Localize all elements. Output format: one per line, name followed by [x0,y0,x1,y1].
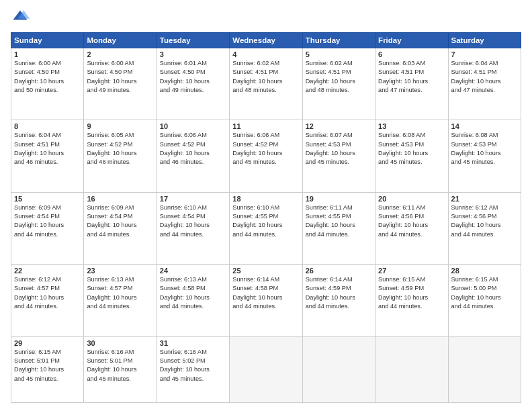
day-cell: 31Sunrise: 6:16 AMSunset: 5:02 PMDayligh… [157,336,229,403]
day-detail: Sunrise: 6:15 AMSunset: 4:59 PMDaylight:… [378,275,445,311]
col-header-friday: Friday [375,33,448,48]
header [11,8,521,27]
day-cell: 25Sunrise: 6:14 AMSunset: 4:58 PMDayligh… [230,265,302,336]
day-cell: 18Sunrise: 6:10 AMSunset: 4:55 PMDayligh… [230,192,302,264]
day-number: 4 [232,50,299,58]
day-cell: 2Sunrise: 6:00 AMSunset: 4:50 PMDaylight… [84,48,157,120]
day-number: 24 [160,267,226,275]
day-detail: Sunrise: 6:05 AMSunset: 4:52 PMDaylight:… [87,131,153,167]
day-cell: 15Sunrise: 6:09 AMSunset: 4:54 PMDayligh… [11,192,84,264]
day-cell: 8Sunrise: 6:04 AMSunset: 4:51 PMDaylight… [11,120,84,192]
day-cell: 3Sunrise: 6:01 AMSunset: 4:50 PMDaylight… [157,48,229,120]
day-cell: 5Sunrise: 6:02 AMSunset: 4:51 PMDaylight… [302,48,375,120]
day-number: 9 [87,122,153,130]
logo-icon [11,8,30,27]
day-number: 1 [14,50,81,58]
day-number: 22 [14,267,81,275]
day-detail: Sunrise: 6:10 AMSunset: 4:55 PMDaylight:… [232,203,299,239]
day-cell: 20Sunrise: 6:11 AMSunset: 4:56 PMDayligh… [375,192,448,264]
day-number: 12 [306,122,372,130]
day-number: 13 [378,122,445,130]
logo [11,8,32,27]
day-number: 10 [160,122,226,130]
day-detail: Sunrise: 6:07 AMSunset: 4:53 PMDaylight:… [306,131,372,167]
day-detail: Sunrise: 6:02 AMSunset: 4:51 PMDaylight:… [306,59,372,95]
day-detail: Sunrise: 6:13 AMSunset: 4:57 PMDaylight:… [87,275,153,311]
day-number: 29 [14,339,81,347]
day-detail: Sunrise: 6:01 AMSunset: 4:50 PMDaylight:… [160,59,226,95]
day-number: 16 [87,195,153,203]
day-detail: Sunrise: 6:16 AMSunset: 5:01 PMDaylight:… [87,348,153,383]
day-cell: 21Sunrise: 6:12 AMSunset: 4:56 PMDayligh… [448,192,521,264]
page: SundayMondayTuesdayWednesdayThursdayFrid… [0,0,532,411]
day-detail: Sunrise: 6:04 AMSunset: 4:51 PMDaylight:… [451,59,518,95]
col-header-tuesday: Tuesday [157,33,229,48]
week-row-1: 1Sunrise: 6:00 AMSunset: 4:50 PMDaylight… [11,48,521,120]
day-number: 18 [232,195,299,203]
day-detail: Sunrise: 6:10 AMSunset: 4:54 PMDaylight:… [160,203,226,239]
day-number: 7 [451,50,518,58]
day-cell: 30Sunrise: 6:16 AMSunset: 5:01 PMDayligh… [84,336,157,403]
day-number: 14 [451,122,518,130]
day-detail: Sunrise: 6:06 AMSunset: 4:52 PMDaylight:… [160,131,226,167]
day-detail: Sunrise: 6:03 AMSunset: 4:51 PMDaylight:… [378,59,445,95]
day-cell: 12Sunrise: 6:07 AMSunset: 4:53 PMDayligh… [302,120,375,192]
day-detail: Sunrise: 6:11 AMSunset: 4:55 PMDaylight:… [306,203,372,239]
day-number: 8 [14,122,81,130]
day-cell: 10Sunrise: 6:06 AMSunset: 4:52 PMDayligh… [157,120,229,192]
day-number: 5 [306,50,372,58]
week-row-3: 15Sunrise: 6:09 AMSunset: 4:54 PMDayligh… [11,192,521,264]
day-cell: 6Sunrise: 6:03 AMSunset: 4:51 PMDaylight… [375,48,448,120]
day-cell: 19Sunrise: 6:11 AMSunset: 4:55 PMDayligh… [302,192,375,264]
day-cell: 22Sunrise: 6:12 AMSunset: 4:57 PMDayligh… [11,265,84,336]
col-header-saturday: Saturday [448,33,521,48]
day-cell: 11Sunrise: 6:06 AMSunset: 4:52 PMDayligh… [230,120,302,192]
day-detail: Sunrise: 6:16 AMSunset: 5:02 PMDaylight:… [160,348,226,383]
week-row-2: 8Sunrise: 6:04 AMSunset: 4:51 PMDaylight… [11,120,521,192]
day-number: 30 [87,339,153,347]
day-number: 11 [232,122,299,130]
col-header-monday: Monday [84,33,157,48]
day-cell [448,336,521,403]
header-row: SundayMondayTuesdayWednesdayThursdayFrid… [11,33,521,48]
day-detail: Sunrise: 6:08 AMSunset: 4:53 PMDaylight:… [378,131,445,167]
day-detail: Sunrise: 6:12 AMSunset: 4:57 PMDaylight:… [14,275,81,311]
day-number: 31 [160,339,226,347]
day-detail: Sunrise: 6:00 AMSunset: 4:50 PMDaylight:… [87,59,153,95]
day-number: 27 [378,267,445,275]
day-cell: 27Sunrise: 6:15 AMSunset: 4:59 PMDayligh… [375,265,448,336]
day-detail: Sunrise: 6:00 AMSunset: 4:50 PMDaylight:… [14,59,81,95]
day-cell: 16Sunrise: 6:09 AMSunset: 4:54 PMDayligh… [84,192,157,264]
col-header-thursday: Thursday [302,33,375,48]
day-detail: Sunrise: 6:09 AMSunset: 4:54 PMDaylight:… [14,203,81,239]
calendar-table: SundayMondayTuesdayWednesdayThursdayFrid… [11,32,521,403]
day-number: 17 [160,195,226,203]
day-cell: 1Sunrise: 6:00 AMSunset: 4:50 PMDaylight… [11,48,84,120]
day-detail: Sunrise: 6:14 AMSunset: 4:59 PMDaylight:… [306,275,372,311]
day-cell: 9Sunrise: 6:05 AMSunset: 4:52 PMDaylight… [84,120,157,192]
day-cell: 29Sunrise: 6:15 AMSunset: 5:01 PMDayligh… [11,336,84,403]
day-number: 6 [378,50,445,58]
day-detail: Sunrise: 6:13 AMSunset: 4:58 PMDaylight:… [160,275,226,311]
day-detail: Sunrise: 6:06 AMSunset: 4:52 PMDaylight:… [232,131,299,167]
day-cell [375,336,448,403]
day-detail: Sunrise: 6:02 AMSunset: 4:51 PMDaylight:… [232,59,299,95]
day-cell: 17Sunrise: 6:10 AMSunset: 4:54 PMDayligh… [157,192,229,264]
day-number: 21 [451,195,518,203]
day-number: 25 [232,267,299,275]
day-cell [230,336,302,403]
day-number: 23 [87,267,153,275]
day-detail: Sunrise: 6:12 AMSunset: 4:56 PMDaylight:… [451,203,518,239]
day-cell: 24Sunrise: 6:13 AMSunset: 4:58 PMDayligh… [157,265,229,336]
day-number: 20 [378,195,445,203]
day-number: 26 [306,267,372,275]
day-cell: 14Sunrise: 6:08 AMSunset: 4:53 PMDayligh… [448,120,521,192]
day-detail: Sunrise: 6:15 AMSunset: 5:01 PMDaylight:… [14,348,81,383]
col-header-sunday: Sunday [11,33,84,48]
day-cell: 7Sunrise: 6:04 AMSunset: 4:51 PMDaylight… [448,48,521,120]
week-row-4: 22Sunrise: 6:12 AMSunset: 4:57 PMDayligh… [11,265,521,336]
day-cell [302,336,375,403]
day-cell: 13Sunrise: 6:08 AMSunset: 4:53 PMDayligh… [375,120,448,192]
day-detail: Sunrise: 6:09 AMSunset: 4:54 PMDaylight:… [87,203,153,239]
day-detail: Sunrise: 6:14 AMSunset: 4:58 PMDaylight:… [232,275,299,311]
